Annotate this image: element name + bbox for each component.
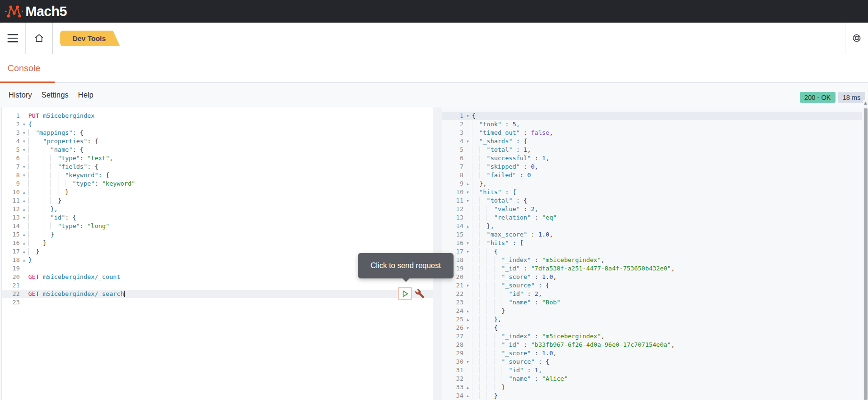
code-line-12: 12▴ }, bbox=[2, 205, 433, 213]
fold-toggle-icon[interactable]: ▾ bbox=[463, 239, 472, 247]
code-line-5: 5▾ "name": { bbox=[2, 146, 433, 154]
line-number: 17 bbox=[2, 247, 20, 256]
fold-toggle-icon[interactable]: ▴ bbox=[20, 205, 28, 213]
fold-toggle-icon[interactable]: ▾ bbox=[463, 324, 472, 332]
fold-gutter bbox=[463, 230, 472, 239]
tab-dev-tools[interactable]: Dev Tools bbox=[60, 31, 120, 46]
fold-toggle-icon[interactable]: ▾ bbox=[463, 281, 472, 290]
fold-toggle-icon[interactable]: ▴ bbox=[463, 315, 472, 324]
line-number: 30 bbox=[442, 358, 463, 366]
fold-toggle-icon[interactable]: ▾ bbox=[20, 213, 28, 222]
fold-toggle-icon[interactable]: ▾ bbox=[20, 146, 28, 154]
tab-console[interactable]: Console bbox=[8, 63, 41, 73]
fold-gutter bbox=[463, 256, 472, 264]
code-text: } bbox=[28, 188, 433, 196]
code-text: "name" : "Alice" bbox=[472, 375, 862, 383]
line-number: 2 bbox=[2, 120, 20, 129]
code-text: "id" : 2, bbox=[472, 290, 862, 298]
code-line-16: 16▴ } bbox=[2, 239, 433, 247]
code-line-27: 27 "_index" : "m5icebergindex", bbox=[442, 332, 862, 341]
fold-toggle-icon[interactable]: ▾ bbox=[463, 188, 472, 196]
line-number: 29 bbox=[442, 349, 463, 358]
fold-toggle-icon[interactable]: ▾ bbox=[463, 358, 472, 366]
menu-item-settings[interactable]: Settings bbox=[41, 91, 69, 99]
code-text: "skipped" : 0, bbox=[472, 163, 862, 171]
fold-toggle-icon[interactable]: ▴ bbox=[463, 180, 472, 188]
scrollbar-thumb[interactable] bbox=[864, 108, 868, 400]
line-number: 3 bbox=[2, 129, 20, 137]
fold-toggle-icon[interactable]: ▾ bbox=[20, 163, 28, 171]
code-text: "mappings": { bbox=[28, 129, 433, 137]
fold-toggle-icon[interactable]: ▾ bbox=[463, 137, 472, 146]
line-number: 32 bbox=[442, 375, 463, 383]
line-number: 28 bbox=[442, 341, 463, 349]
fold-toggle-icon[interactable]: ▾ bbox=[463, 112, 472, 120]
response-viewer[interactable]: 1▾{2 "took" : 5,3 "timed_out" : false,4▾… bbox=[442, 107, 862, 400]
code-text: "type": "keyword" bbox=[28, 180, 433, 188]
code-line-9: 9 "type": "keyword" bbox=[2, 180, 433, 188]
fold-toggle-icon[interactable]: ▴ bbox=[20, 239, 28, 247]
fold-gutter bbox=[463, 129, 472, 137]
line-number: 15 bbox=[2, 230, 20, 239]
code-text bbox=[28, 298, 433, 307]
line-number: 12 bbox=[2, 205, 20, 213]
fold-toggle-icon[interactable]: ▴ bbox=[463, 307, 472, 315]
send-request-button[interactable] bbox=[398, 287, 412, 300]
code-text: "_index" : "m5icebergindex", bbox=[472, 256, 862, 264]
fold-gutter bbox=[20, 273, 28, 281]
line-number: 8 bbox=[2, 171, 20, 180]
fold-toggle-icon[interactable]: ▾ bbox=[20, 171, 28, 180]
fold-toggle-icon[interactable]: ▾ bbox=[463, 247, 472, 256]
code-line-13: 13▾ "id": { bbox=[2, 213, 433, 222]
line-number: 18 bbox=[2, 256, 20, 264]
code-text: "type": "text", bbox=[28, 154, 433, 163]
request-options-button[interactable] bbox=[414, 288, 425, 299]
editor-left-border bbox=[1, 107, 2, 400]
code-text: "timed_out" : false, bbox=[472, 129, 862, 137]
fold-gutter bbox=[463, 375, 472, 383]
menu-icon[interactable] bbox=[0, 23, 25, 54]
code-line-18: 18 "_index" : "m5icebergindex", bbox=[442, 256, 862, 264]
code-line-15: 15 "max_score" : 1.0, bbox=[442, 230, 862, 239]
line-number: 12 bbox=[442, 205, 463, 213]
code-line-34: 34▴ } bbox=[442, 392, 862, 400]
dev-tools-console-page: Mach5 Dev Tools bbox=[0, 0, 868, 400]
line-number: 6 bbox=[442, 154, 463, 163]
home-icon[interactable] bbox=[26, 23, 52, 54]
code-line-10: 10▴ } bbox=[2, 188, 433, 196]
line-number: 9 bbox=[2, 180, 20, 188]
fold-toggle-icon[interactable]: ▴ bbox=[20, 256, 28, 264]
code-line-9: 9▴ }, bbox=[442, 180, 862, 188]
code-line-22: 22 "id" : 2, bbox=[442, 290, 862, 298]
fold-gutter bbox=[463, 146, 472, 154]
line-number: 25 bbox=[442, 315, 463, 324]
fold-toggle-icon[interactable]: ▴ bbox=[463, 392, 472, 400]
menu-item-history[interactable]: History bbox=[8, 91, 32, 99]
code-text: "relation" : "eq" bbox=[472, 213, 862, 222]
fold-toggle-icon[interactable]: ▴ bbox=[463, 383, 472, 392]
fold-toggle-icon[interactable]: ▴ bbox=[20, 247, 28, 256]
menu-item-help[interactable]: Help bbox=[78, 91, 94, 99]
code-line-31: 31 "id" : 1, bbox=[442, 366, 862, 375]
fold-toggle-icon[interactable]: ▾ bbox=[20, 137, 28, 146]
line-number: 14 bbox=[2, 222, 20, 230]
help-icon[interactable] bbox=[845, 23, 868, 54]
line-number: 21 bbox=[442, 281, 463, 290]
tab-dev-tools-label: Dev Tools bbox=[73, 34, 106, 42]
fold-toggle-icon[interactable]: ▴ bbox=[20, 230, 28, 239]
fold-toggle-icon[interactable]: ▾ bbox=[20, 120, 28, 129]
fold-toggle-icon[interactable]: ▾ bbox=[463, 196, 472, 205]
line-number: 15 bbox=[442, 230, 463, 239]
code-text: "_source" : { bbox=[472, 281, 862, 290]
code-line-20: 20 "_score" : 1.0, bbox=[442, 273, 862, 281]
fold-toggle-icon[interactable]: ▴ bbox=[20, 188, 28, 196]
line-number: 4 bbox=[442, 137, 463, 146]
line-number: 27 bbox=[442, 332, 463, 341]
scrollbar-up-arrow[interactable]: ▲ bbox=[863, 100, 868, 106]
code-line-26: 26▾ { bbox=[442, 324, 862, 332]
code-line-8: 8▾ "keyword": { bbox=[2, 171, 433, 180]
fold-toggle-icon[interactable]: ▾ bbox=[20, 129, 28, 137]
vertical-scrollbar[interactable]: ▲ bbox=[863, 100, 868, 400]
fold-toggle-icon[interactable]: ▴ bbox=[20, 196, 28, 205]
fold-toggle-icon[interactable]: ▴ bbox=[463, 222, 472, 230]
